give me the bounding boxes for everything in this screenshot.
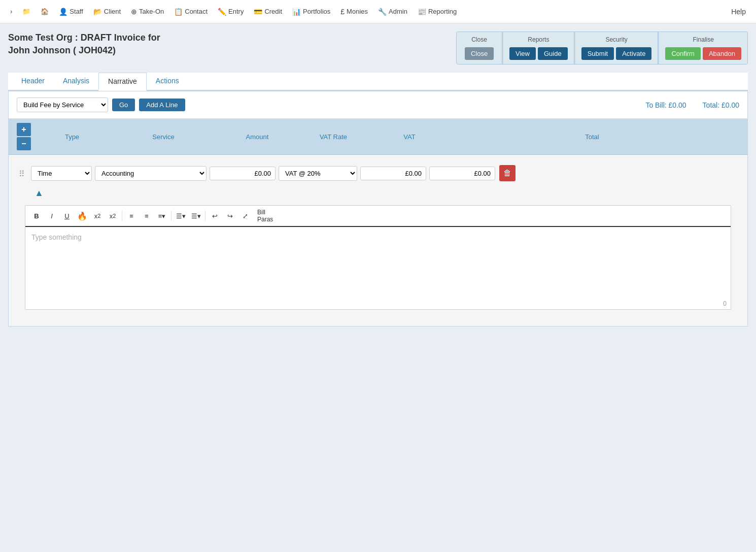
vat-input[interactable] [360,167,426,180]
to-bill-label: To Bill: £0.00 [645,101,686,109]
take-on-icon: ⊕ [131,8,137,16]
page-title-line2: John Johnson ( JOH042) [8,44,160,57]
rte-superscript-button[interactable]: x2 [106,209,120,223]
credit-icon: 💳 [254,8,262,16]
finalise-panel: Finalise Confirm Abandon [659,32,747,64]
nav-contact[interactable]: 📋 Contact [170,5,212,19]
rte-italic-button[interactable]: I [45,209,59,223]
service-select[interactable]: AccountingAuditTaxPayrollOther [95,166,207,181]
add-line-button[interactable]: Add A Line [139,99,185,111]
rte-align-dropdown-button[interactable]: ≡▾ [155,209,169,223]
delete-field: 🗑 [498,165,517,181]
confirm-button[interactable]: Confirm [665,47,701,60]
finalise-panel-label: Finalise [693,36,714,43]
close-panel-buttons: Close [465,47,494,60]
action-panels: Close Close Reports View Guide Security … [456,31,748,64]
drag-handle[interactable]: ⠿ [17,165,27,183]
rich-text-editor: B I U 🔥 x2 x2 ≡ ≡ ≡▾ ☰▾ ☰▾ ↩ ↪ ⤢ [25,205,731,310]
rte-undo-button[interactable]: ↩ [208,209,222,223]
add-row-button[interactable]: + [17,123,31,136]
client-icon: 📂 [93,8,102,16]
nav-credit[interactable]: 💳 Credit [250,5,286,19]
tab-header[interactable]: Header [12,73,54,91]
guide-button[interactable]: Guide [538,47,568,60]
close-button[interactable]: Close [465,47,494,60]
table-header-controls: + − [17,123,31,150]
rte-color-button[interactable]: 🔥 [75,209,89,223]
rte-body[interactable]: Type something [25,227,731,298]
submit-button[interactable]: Submit [581,47,614,60]
rte-align-center-button[interactable]: ≡ [140,209,154,223]
col-amount-header: Amount [222,133,293,141]
nav-portfolios[interactable]: 📊 Portfolios [288,5,334,19]
nav-reporting[interactable]: 📰 Reporting [414,5,461,19]
rte-list-unordered-button[interactable]: ☰▾ [174,209,188,223]
tab-narrative[interactable]: Narrative [98,73,147,91]
data-area: ⠿ TimeExpenseDisbursement AccountingAudi… [9,155,747,205]
amount-field [210,167,276,180]
close-panel: Close Close [457,32,502,64]
rte-placeholder: Type something [31,233,82,241]
nav-breadcrumb-arrow[interactable]: › [6,5,16,18]
row-fields: TimeExpenseDisbursement AccountingAuditT… [31,165,739,181]
col-vat-header: VAT [374,133,445,141]
type-field: TimeExpenseDisbursement [31,166,92,181]
rte-underline-button[interactable]: U [60,209,74,223]
help-link[interactable]: Help [727,5,750,19]
build-fee-dropdown[interactable]: Build Fee by ServiceBuild Fee by StaffBu… [17,98,108,112]
tab-actions[interactable]: Actions [147,73,188,91]
rte-subscript-button[interactable]: x2 [90,209,105,223]
rte-redo-button[interactable]: ↪ [223,209,237,223]
go-button[interactable]: Go [112,99,135,111]
remove-row-button[interactable]: − [17,137,31,150]
finalise-panel-buttons: Confirm Abandon [665,47,741,60]
abandon-button[interactable]: Abandon [703,47,741,60]
vat-rate-select[interactable]: VAT @ 20%VAT @ 0%ExemptNo VAT [279,166,357,181]
rte-separator-2 [171,211,171,221]
main-content: Some Test Org : DRAFT Invoice for John J… [0,23,756,552]
delete-row-button[interactable]: 🗑 [499,165,516,181]
security-panel-buttons: Submit Activate [581,47,652,60]
nav-home[interactable]: 🏠 [37,5,53,18]
type-select[interactable]: TimeExpenseDisbursement [31,166,92,181]
nav-staff[interactable]: 👤 Staff [55,5,87,19]
service-field: AccountingAuditTaxPayrollOther [95,166,207,181]
total-input[interactable] [429,167,495,180]
portfolios-icon: 📊 [292,8,301,16]
nav-entry[interactable]: ✏️ Entry [214,5,248,19]
rte-toolbar: B I U 🔥 x2 x2 ≡ ≡ ≡▾ ☰▾ ☰▾ ↩ ↪ ⤢ [25,206,731,227]
rte-list-ordered-button[interactable]: ☰▾ [189,209,203,223]
reports-panel: Reports View Guide [503,32,574,64]
col-type-header: Type [39,133,105,141]
reports-panel-buttons: View Guide [509,47,568,60]
total-label: Total: £0.00 [703,101,739,109]
view-button[interactable]: View [509,47,536,60]
tab-analysis[interactable]: Analysis [54,73,98,91]
nav-take-on[interactable]: ⊕ Take-On [127,5,168,19]
admin-icon: 🔧 [378,8,387,16]
vat-field [360,167,426,180]
col-service-header: Service [105,133,222,141]
trash-icon: 🗑 [503,169,511,178]
rte-separator-1 [122,211,122,221]
nav-folder[interactable]: 📁 [18,5,35,18]
nav-monies[interactable]: £ Monies [336,5,372,19]
top-navigation: › 📁 🏠 👤 Staff 📂 Client ⊕ Take-On 📋 Conta… [0,0,756,23]
rte-bill-paras-button[interactable]: BillParas [253,208,277,224]
close-panel-label: Close [471,36,487,43]
monies-icon: £ [340,8,345,16]
nav-admin[interactable]: 🔧 Admin [374,5,411,19]
activate-button[interactable]: Activate [616,47,651,60]
amount-input[interactable] [210,167,276,180]
security-panel-label: Security [605,36,627,43]
collapse-row-button[interactable]: ▲ [33,187,45,199]
reports-panel-label: Reports [528,36,549,43]
header-row: Some Test Org : DRAFT Invoice for John J… [8,31,748,64]
rte-align-left-button[interactable]: ≡ [124,209,139,223]
rte-bold-button[interactable]: B [29,209,44,223]
page-title-line1: Some Test Org : DRAFT Invoice for [8,31,160,44]
vat-rate-field: VAT @ 20%VAT @ 0%ExemptNo VAT [279,166,357,181]
nav-client[interactable]: 📂 Client [89,5,125,19]
rte-expand-button[interactable]: ⤢ [238,209,252,223]
staff-icon: 👤 [59,8,67,16]
